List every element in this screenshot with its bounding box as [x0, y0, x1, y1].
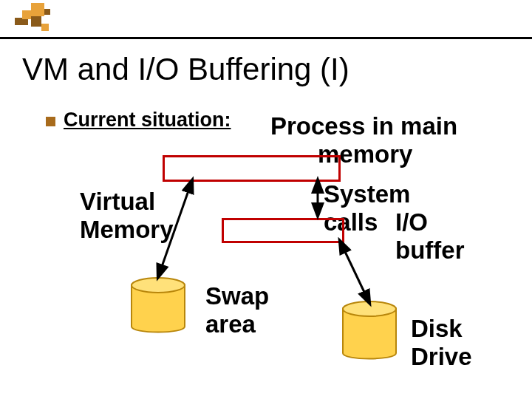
svg-line-2: [158, 180, 192, 277]
svg-line-4: [340, 241, 369, 303]
arrows: [0, 0, 532, 399]
